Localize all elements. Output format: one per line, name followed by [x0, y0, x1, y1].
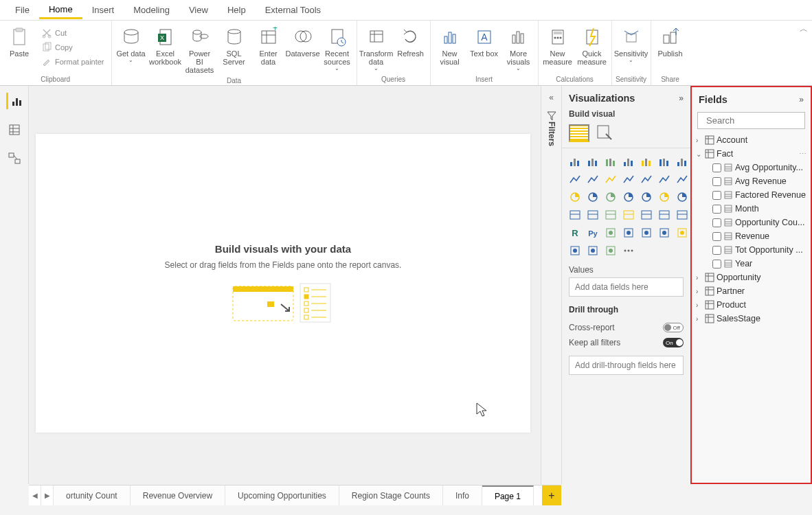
viz-type-area[interactable] [567, 172, 583, 187]
fields-column[interactable]: Revenue [695, 229, 808, 243]
fields-table-fact[interactable]: ⌄Fact⋯ [695, 147, 808, 161]
viz-type-more[interactable] [621, 243, 636, 258]
viz-type-100-stacked-column[interactable] [657, 154, 672, 169]
viz-type-narrative[interactable] [657, 225, 672, 240]
viz-type-stacked-bar[interactable] [567, 154, 583, 169]
menu-modeling[interactable]: Modeling [124, 2, 179, 18]
quick-measure-button[interactable]: Quick measure [576, 25, 609, 67]
page-tab[interactable]: ortunity Count [54, 485, 131, 505]
menu-home[interactable]: Home [39, 1, 82, 19]
viz-type-clustered-column[interactable] [621, 154, 636, 169]
viz-type-r-visual[interactable]: R [567, 225, 583, 240]
collapse-ribbon-icon[interactable]: ︿ [800, 23, 808, 35]
dataverse-button[interactable]: Dataverse [286, 25, 319, 59]
viz-type-stacked-area[interactable] [585, 172, 600, 187]
menu-external-tools[interactable]: External Tools [256, 2, 330, 18]
menu-file[interactable]: File [5, 2, 39, 18]
fields-table-opportunity[interactable]: ›Opportunity [695, 271, 808, 284]
more-visuals-button[interactable]: More visuals⌄ [502, 25, 535, 73]
pbi-datasets-button[interactable]: Power BI datasets [183, 25, 216, 76]
refresh-button[interactable]: Refresh [394, 25, 427, 59]
field-checkbox[interactable] [712, 232, 721, 241]
viz-type-stacked-column[interactable] [585, 154, 600, 169]
page-tab[interactable]: Upcoming Opportunities [225, 485, 339, 505]
viz-type-ribbon[interactable] [639, 172, 654, 187]
fields-table-account[interactable]: ›Account [695, 133, 808, 147]
sensitivity-button[interactable]: Sensitivity⌄ [615, 25, 648, 65]
page-tab[interactable]: Region Stage Counts [339, 485, 443, 505]
new-measure-button[interactable]: New measure [541, 25, 574, 67]
viz-type-line-clustered-column[interactable] [621, 172, 636, 187]
fields-table-salesstage[interactable]: ›SalesStage [695, 312, 808, 325]
data-view-button[interactable] [6, 122, 23, 138]
format-visual-tab[interactable] [596, 124, 614, 141]
viz-type-waterfall[interactable] [657, 172, 672, 187]
viz-type-map[interactable] [639, 190, 654, 205]
menu-insert[interactable]: Insert [82, 2, 124, 18]
fields-column[interactable]: Avg Revenue [695, 174, 808, 188]
expand-filters-icon[interactable]: « [549, 93, 554, 102]
copy-button[interactable]: Copy [38, 41, 107, 54]
viz-type-donut[interactable] [603, 190, 618, 205]
format-painter-button[interactable]: Format painter [38, 55, 107, 69]
page-tab[interactable]: Revenue Overview [131, 485, 225, 505]
fields-column[interactable]: Tot Opportunity ... [695, 243, 808, 257]
publish-button[interactable]: Publish [654, 25, 687, 59]
viz-type-power-automate[interactable] [603, 243, 618, 258]
collapse-viz-icon[interactable]: » [679, 93, 684, 103]
viz-type-qa[interactable] [639, 225, 654, 240]
field-checkbox[interactable] [712, 218, 721, 227]
cross-report-toggle[interactable]: Off [663, 323, 684, 332]
recent-sources-button[interactable]: Recent sources⌄ [321, 25, 354, 73]
text-box-button[interactable]: AText box [468, 25, 501, 59]
values-well[interactable]: Add data fields here [569, 277, 684, 297]
viz-type-arcgis[interactable] [567, 243, 583, 258]
fields-table-partner[interactable]: ›Partner [695, 284, 808, 298]
fields-column[interactable]: Year [695, 257, 808, 271]
viz-type-paginated[interactable] [675, 225, 690, 240]
viz-type-clustered-bar[interactable] [603, 154, 618, 169]
viz-type-line[interactable] [675, 154, 690, 169]
enter-data-button[interactable]: +Enter data [252, 25, 285, 67]
field-checkbox[interactable] [712, 163, 721, 172]
field-checkbox[interactable] [712, 177, 721, 186]
sql-server-button[interactable]: SQL Server [218, 25, 251, 67]
filters-pane-collapsed[interactable]: « Filters [541, 86, 561, 484]
menu-view[interactable]: View [179, 2, 218, 18]
viz-type-scatter[interactable] [567, 190, 583, 205]
viz-type-py-visual[interactable]: Py [585, 225, 600, 240]
model-view-button[interactable] [6, 150, 23, 167]
transform-data-button[interactable]: Transform data⌄ [360, 25, 393, 73]
collapse-fields-icon[interactable]: » [799, 95, 804, 104]
viz-type-key-influencers[interactable] [603, 225, 618, 240]
fields-column[interactable]: Avg Opportunity... [695, 161, 808, 174]
fields-column[interactable]: Factored Revenue [695, 188, 808, 202]
get-data-button[interactable]: Get data⌄ [115, 25, 148, 65]
viz-type-matrix[interactable] [675, 207, 690, 222]
viz-type-kpi[interactable] [621, 207, 636, 222]
menu-help[interactable]: Help [218, 2, 256, 18]
field-checkbox[interactable] [712, 205, 721, 214]
excel-button[interactable]: XExcel workbook [149, 25, 182, 67]
viz-type-pie[interactable] [585, 190, 600, 205]
keep-filters-toggle[interactable]: On [663, 338, 684, 347]
drill-through-well[interactable]: Add drill-through fields here [569, 356, 684, 375]
page-tab[interactable]: Info [443, 485, 482, 505]
viz-type-decomposition-tree[interactable] [621, 225, 636, 240]
report-canvas[interactable]: Build visuals with your data Select or d… [36, 134, 530, 433]
viz-type-azure-map[interactable] [675, 190, 690, 205]
fields-column[interactable]: Month [695, 202, 808, 216]
build-visual-tab[interactable] [569, 124, 589, 142]
viz-type-gauge[interactable] [567, 207, 583, 222]
viz-type-filled-map[interactable] [657, 190, 672, 205]
viz-type-funnel[interactable] [675, 172, 690, 187]
viz-type-multi-row-card[interactable] [603, 207, 618, 222]
viz-type-line-stacked-column[interactable] [603, 172, 618, 187]
viz-type-slicer[interactable] [639, 207, 654, 222]
fields-column[interactable]: Opportunity Cou... [695, 216, 808, 229]
report-view-button[interactable] [6, 93, 23, 109]
tab-scroll-right[interactable]: ▶ [41, 485, 54, 505]
fields-search[interactable] [697, 112, 805, 129]
viz-type-power-apps[interactable] [585, 243, 600, 258]
new-visual-button[interactable]: New visual [433, 25, 466, 67]
